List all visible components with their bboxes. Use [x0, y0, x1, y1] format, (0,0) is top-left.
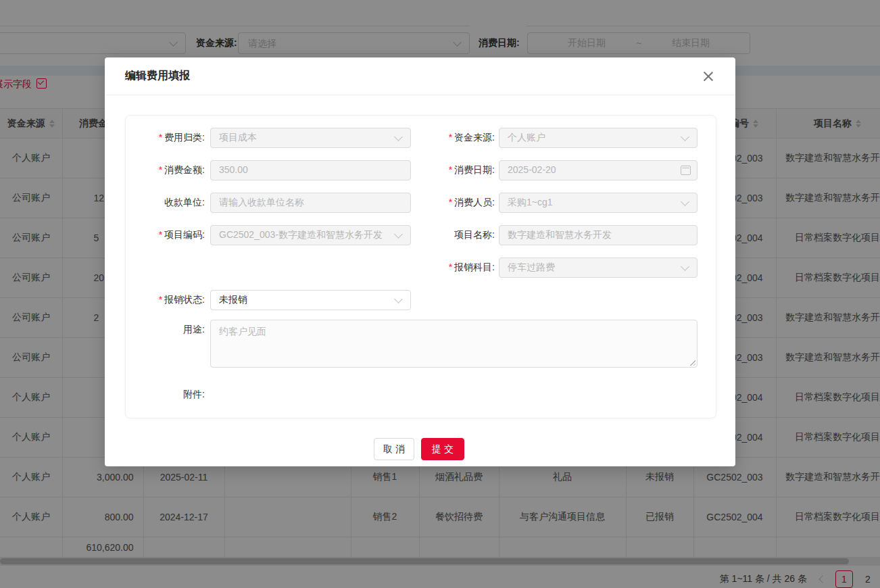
purpose-label: 用途:	[126, 324, 205, 336]
modal-title: 编辑费用填报	[125, 69, 190, 83]
status-select[interactable]: 未报销	[210, 290, 411, 310]
amount-input[interactable]: 350.00	[210, 160, 411, 180]
date-label: *消费日期:	[400, 164, 495, 176]
payee-label: 收款单位:	[126, 197, 205, 209]
category-label: *费用归类:	[126, 132, 205, 144]
chevron-down-icon	[681, 132, 689, 141]
person-label: *消费人员:	[400, 197, 495, 209]
subject-label: *报销科目:	[400, 262, 495, 274]
cancel-button[interactable]: 取 消	[374, 438, 414, 460]
modal-divider	[105, 95, 735, 95]
payee-input[interactable]: 请输入收款单位名称	[210, 193, 411, 213]
calendar-icon	[681, 166, 691, 175]
status-label: *报销状态:	[126, 294, 205, 306]
edit-expense-modal: 编辑费用填报 *费用归类: 项目成本 *资金来源: 个人账户 *消费金额: 35…	[105, 57, 735, 466]
close-icon[interactable]	[703, 71, 714, 82]
fund-source-select[interactable]: 个人账户	[499, 128, 698, 148]
submit-button[interactable]: 提 交	[421, 438, 464, 460]
amount-label: *消费金额:	[126, 164, 205, 176]
date-input[interactable]: 2025-02-20	[499, 160, 698, 180]
expense-report-page: 资金来源: 请选择 消费日期: 开始日期 ~ 结束日期 展示字段 资金来源 消费…	[0, 0, 880, 588]
fund-source-label: *资金来源:	[400, 132, 495, 144]
project-code-label: *项目编码:	[126, 229, 205, 241]
project-name-input[interactable]: 数字建造和智慧水务开发	[499, 225, 698, 245]
purpose-textarea[interactable]: 约客户见面	[210, 320, 698, 368]
chevron-down-icon	[681, 197, 689, 206]
category-select[interactable]: 项目成本	[210, 128, 411, 148]
form-card: *费用归类: 项目成本 *资金来源: 个人账户 *消费金额: 350.00 *消…	[125, 115, 716, 418]
subject-select[interactable]: 停车过路费	[499, 258, 698, 278]
project-code-select[interactable]: GC2502_003-数字建造和智慧水务开发	[210, 225, 411, 245]
project-name-label: 项目名称:	[400, 229, 495, 241]
attachment-label: 附件:	[126, 389, 205, 401]
chevron-down-icon	[394, 295, 403, 303]
person-select[interactable]: 采购1~cg1	[499, 193, 698, 213]
chevron-down-icon	[681, 262, 689, 271]
